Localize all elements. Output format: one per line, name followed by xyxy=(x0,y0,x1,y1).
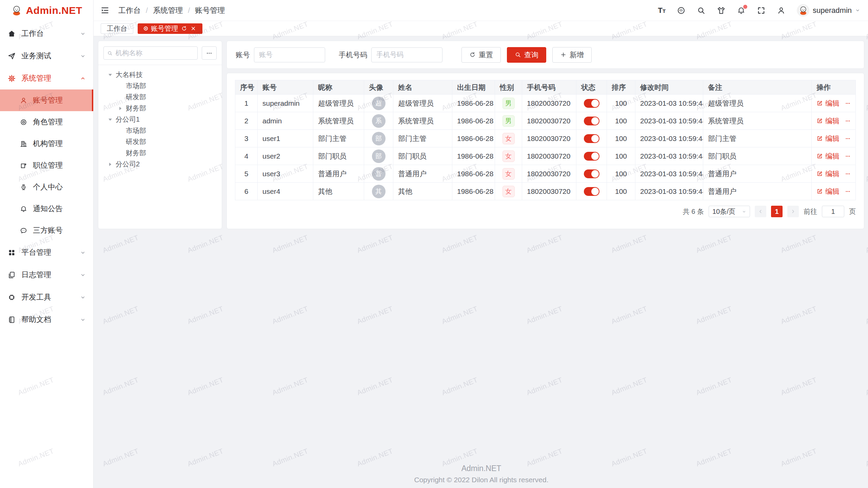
edit-button[interactable]: 编辑 xyxy=(816,151,840,161)
user-icon[interactable] xyxy=(777,6,786,15)
breadcrumb-item[interactable]: 工作台 xyxy=(118,5,141,16)
sidebar-item[interactable]: 角色管理 xyxy=(0,111,93,133)
cell-modified-time: 2023-01-03 10:59:44 xyxy=(635,165,703,183)
sidebar-item[interactable]: 帮助文档 xyxy=(0,308,93,331)
tree-node[interactable]: 研发部 xyxy=(103,92,217,103)
status-toggle[interactable] xyxy=(584,187,599,196)
sidebar-item[interactable]: 平台管理 xyxy=(0,241,93,264)
edit-button[interactable]: 编辑 xyxy=(816,116,840,126)
tree-caret-icon[interactable] xyxy=(117,94,124,101)
reset-button[interactable]: 重置 xyxy=(461,47,501,63)
tree-caret-icon[interactable] xyxy=(107,116,114,123)
tree-caret-icon[interactable] xyxy=(117,127,124,134)
fullscreen-icon[interactable] xyxy=(757,6,766,15)
org-search-input[interactable] xyxy=(115,49,194,57)
tree-node[interactable]: 市场部 xyxy=(103,125,217,136)
user-menu[interactable]: superadmin xyxy=(797,4,860,17)
tree-caret-icon[interactable] xyxy=(117,105,124,112)
tree-caret-icon[interactable] xyxy=(117,150,124,157)
refresh-tab-icon[interactable] xyxy=(181,25,187,32)
sidebar-item[interactable]: 账号管理 xyxy=(0,89,93,111)
tree-node[interactable]: 大名科技 xyxy=(103,69,217,80)
tab-workbench[interactable]: 工作台 xyxy=(101,23,133,34)
filter-panel: 账号 手机号码 重置 查询 xyxy=(226,41,864,69)
sidebar-item-label: 账号管理 xyxy=(33,95,63,105)
sidebar-item-label: 角色管理 xyxy=(33,117,63,127)
tree-node[interactable]: 财务部 xyxy=(103,147,217,159)
org-tree-more-button[interactable] xyxy=(202,46,217,60)
more-actions-icon[interactable] xyxy=(845,118,851,124)
sidebar-item-label: 通知公告 xyxy=(33,204,63,214)
cell-status xyxy=(576,165,607,183)
more-actions-icon[interactable] xyxy=(845,135,851,142)
cell-gender: 男 xyxy=(495,112,522,130)
edit-button[interactable]: 编辑 xyxy=(816,134,840,143)
edit-button[interactable]: 编辑 xyxy=(816,169,840,179)
sidebar-item[interactable]: 日志管理 xyxy=(0,264,93,286)
tree-node[interactable]: 分公司2 xyxy=(103,159,217,170)
footer-copyright: Copyright © 2022 Dilon All rights reserv… xyxy=(94,476,868,484)
phone-input[interactable] xyxy=(371,47,442,62)
sidebar-item[interactable]: 三方账号 xyxy=(0,220,93,241)
more-actions-icon[interactable] xyxy=(845,153,851,160)
prev-page-button[interactable] xyxy=(755,206,766,217)
tree-caret-icon[interactable] xyxy=(107,72,114,78)
cell-remark: 超级管理员 xyxy=(703,95,812,112)
tree-caret-icon[interactable] xyxy=(117,83,124,89)
goto-page-input[interactable] xyxy=(822,206,844,217)
edit-button[interactable]: 编辑 xyxy=(816,99,840,108)
sidebar-item[interactable]: 业务测试 xyxy=(0,45,93,67)
more-actions-icon[interactable] xyxy=(845,100,851,107)
status-toggle[interactable] xyxy=(584,117,599,125)
account-input[interactable] xyxy=(254,47,325,62)
page-size-select[interactable]: 10条/页 xyxy=(709,206,750,217)
status-toggle[interactable] xyxy=(584,99,599,108)
sidebar-item[interactable]: 开发工具 xyxy=(0,286,93,308)
cell-index: 2 xyxy=(235,112,258,130)
theme-shirt-icon[interactable] xyxy=(717,6,726,15)
sidebar-item[interactable]: 工作台 xyxy=(0,22,93,45)
current-page-button[interactable]: 1 xyxy=(771,206,783,217)
more-actions-icon[interactable] xyxy=(845,170,851,177)
avatar: 普 xyxy=(372,167,386,181)
cell-nickname: 超级管理员 xyxy=(313,95,364,112)
cell-status xyxy=(576,112,607,130)
query-button[interactable]: 查询 xyxy=(507,47,546,63)
sidebar-item[interactable]: 职位管理 xyxy=(0,155,93,176)
notifications-button[interactable] xyxy=(737,6,746,15)
breadcrumb-item[interactable]: 系统管理 xyxy=(153,5,183,16)
sidebar-item[interactable]: 个人中心 xyxy=(0,176,93,198)
sidebar-item[interactable]: 机构管理 xyxy=(0,133,93,155)
tree-caret-icon[interactable] xyxy=(117,139,124,145)
next-page-button[interactable] xyxy=(787,206,799,217)
tree-node[interactable]: 分公司1 xyxy=(103,114,217,125)
tree-node[interactable]: 市场部 xyxy=(103,80,217,92)
cell-account: user1 xyxy=(258,130,313,147)
status-toggle[interactable] xyxy=(584,152,599,161)
close-tab-icon[interactable] xyxy=(190,25,196,32)
app-logo-text: Admin.NET xyxy=(26,5,82,16)
cell-actions: 编辑 xyxy=(812,112,856,130)
tab-account-management[interactable]: 账号管理 xyxy=(138,23,202,34)
tree-node[interactable]: 财务部 xyxy=(103,103,217,114)
cell-index: 5 xyxy=(235,165,258,183)
font-size-icon[interactable]: TT xyxy=(658,7,666,14)
status-toggle[interactable] xyxy=(584,169,599,178)
tree-caret-icon[interactable] xyxy=(107,161,114,168)
search-icon[interactable] xyxy=(697,6,706,15)
edit-button[interactable]: 编辑 xyxy=(816,187,840,196)
more-actions-icon[interactable] xyxy=(845,188,851,195)
sidebar-item[interactable]: 通知公告 xyxy=(0,198,93,220)
sidebar-item[interactable]: 系统管理 xyxy=(0,67,93,89)
gender-badge: 女 xyxy=(502,150,515,162)
tree-node-label: 大名科技 xyxy=(116,70,143,79)
sidebar-item-icon xyxy=(20,118,27,126)
app-logo[interactable]: Admin.NET xyxy=(0,0,93,21)
status-toggle[interactable] xyxy=(584,134,599,143)
tree-node[interactable]: 研发部 xyxy=(103,136,217,147)
sidebar-item-label: 日志管理 xyxy=(21,270,51,280)
avatar: 系 xyxy=(372,114,386,128)
collapse-menu-icon[interactable] xyxy=(100,6,110,15)
add-button[interactable]: 新增 xyxy=(552,47,592,63)
language-icon[interactable] xyxy=(677,6,686,15)
